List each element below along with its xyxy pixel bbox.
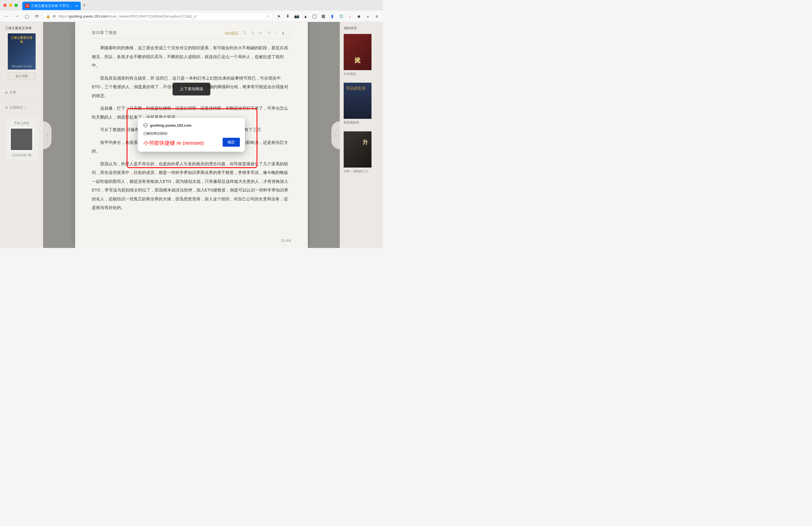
cover-text: 罪惡調查局	[346, 86, 365, 91]
ext-icon-6[interactable]: ▦	[321, 13, 326, 19]
reader-toolbar: word模式 ☰ ⇅ ➦ ᴬA ? ▮ ⌂	[224, 31, 291, 35]
chapter-title: 第15章 丁教授	[92, 30, 117, 35]
share-button[interactable]: ⊕分享	[5, 90, 38, 95]
browser-tab[interactable]: 读 三体之紫龙王传奇-千手万掌-免费阅 ×	[22, 2, 81, 10]
prev-page-button[interactable]: ‹	[43, 121, 52, 149]
back-button[interactable]: ←	[3, 13, 10, 19]
scroll-tooltip: 上下滚动阅读	[173, 83, 211, 96]
cover-text: 三体之紫龙王传奇	[10, 35, 33, 44]
new-tab-button[interactable]: +	[83, 2, 86, 8]
lock-icon: 🔒	[46, 14, 50, 18]
site-settings-icon: ⚙	[53, 14, 56, 18]
forward-button[interactable]: →	[13, 13, 20, 19]
recommend-cover: 罪惡調查局	[344, 83, 372, 119]
alert-dialog: guofeng.yuedu.163.com 已解除网页限制! 小书签快捷键 re…	[138, 118, 245, 152]
recommend-label: 方外：消失的八门	[344, 169, 379, 173]
cover-subtitle: 网易云阅读 千手万掌著	[8, 65, 35, 68]
paragraph: 果随着时间的推移，这三派会变成三个完全对立的组织派系，有可能会到水火不相融的阶段…	[92, 43, 291, 70]
menu-icon[interactable]: ≡	[374, 13, 380, 19]
theme-mode-button[interactable]: ✲主题模式›	[5, 105, 38, 110]
add-to-shelf-button[interactable]: 放入书架	[8, 72, 35, 80]
camera-icon[interactable]: 📷	[294, 13, 300, 19]
recommend-label: 大汉光武	[344, 72, 379, 76]
reload-button[interactable]: ⟳	[33, 13, 40, 19]
divider	[5, 100, 38, 100]
browser-chrome: 读 三体之紫龙王传奇-千手万掌-免费阅 × + ← → ▢ ⟳ 🔒 ⚙ http…	[0, 0, 383, 22]
sidebar-book-title: 三体之紫龙王传奇	[5, 26, 38, 31]
divider	[5, 85, 38, 85]
alert-message-1: 已解除网页限制!	[143, 131, 239, 136]
sidebar-book-cover[interactable]: 三体之紫龙王传奇 网易云阅读 千手万掌著	[8, 33, 35, 70]
download-hint: 点击或扫描下载	[8, 154, 35, 157]
bookmark-icon[interactable]: ▮	[282, 31, 285, 35]
paragraph: 邵迅认为，外星人是不存在的，但是由外星人引发的相关的理念问题，却导致直接诞生了几…	[92, 159, 291, 212]
overflow-icon[interactable]: »	[365, 13, 371, 19]
titlebar: 读 三体之紫龙王传奇-千手万掌-免费阅 × +	[0, 0, 383, 11]
share-icon: ⊕	[5, 91, 8, 94]
url-protocol: https://	[58, 14, 69, 18]
share-arrow-icon[interactable]: ➦	[259, 31, 262, 35]
tab-title: 三体之紫龙王传奇-千手万掌-免费阅	[31, 4, 74, 8]
gear-icon: ✲	[5, 106, 8, 109]
ext-icon-5[interactable]: ◯	[312, 13, 317, 19]
home-icon[interactable]: ⌂	[289, 31, 291, 35]
qr-code[interactable]	[10, 128, 33, 151]
globe-icon	[143, 123, 148, 128]
url-bar[interactable]: 🔒 ⚙ https://guofeng.yuedu.163.com/book_r…	[43, 12, 273, 20]
mobile-read-panel: 手机上阅读 点击或扫描下载	[5, 118, 38, 160]
page-viewport: 三体之紫龙王传奇 三体之紫龙王传奇 网易云阅读 千手万掌著 放入书架 ⊕分享 ✲…	[0, 22, 383, 248]
recommend-item[interactable]: 方外 方外：消失的八门	[344, 131, 379, 173]
theme-label: 主题模式	[10, 105, 23, 110]
ext-icon-7[interactable]: ▮	[330, 13, 335, 19]
tab-favicon: 读	[25, 4, 29, 8]
help-icon[interactable]: ?	[275, 31, 278, 35]
ext-icon-4[interactable]: ▲	[303, 13, 308, 19]
ext-icon-8[interactable]: ⊡	[338, 13, 344, 19]
recommend-label: 罪恶调查局	[344, 120, 379, 125]
downloads-icon[interactable]: ⬇	[285, 13, 291, 19]
right-sidebar: 编辑推荐 大汉光武 大汉光武 罪惡調查局 罪恶调查局 方外 方外：消失的八门	[340, 22, 383, 248]
recommend-title: 编辑推荐	[344, 26, 379, 31]
bookmark-star-icon[interactable]: ☆	[267, 14, 270, 18]
recommend-cover: 大汉光武	[344, 34, 372, 70]
recommend-cover: 方外	[344, 131, 372, 167]
list-icon[interactable]: ☰	[243, 31, 247, 35]
close-window-button[interactable]	[3, 4, 7, 7]
url-domain: guofeng.yuedu.163.com	[69, 14, 108, 18]
updown-icon[interactable]: ⇅	[251, 31, 254, 35]
chapter-header: 第15章 丁教授 word模式 ☰ ⇅ ➦ ᴬA ? ▮ ⌂	[92, 30, 291, 39]
minimize-window-button[interactable]	[9, 4, 12, 7]
left-sidebar: 三体之紫龙王传奇 三体之紫龙王传奇 网易云阅读 千手万掌著 放入书架 ⊕分享 ✲…	[0, 22, 43, 248]
browser-toolbar: ← → ▢ ⟳ 🔒 ⚙ https://guofeng.yuedu.163.co…	[0, 11, 383, 22]
next-page-button[interactable]: ›	[331, 121, 340, 149]
chevron-right-icon: ›	[25, 106, 26, 109]
progress-text: 15.4%	[281, 238, 291, 243]
word-mode-link[interactable]: word模式	[224, 31, 238, 35]
recommend-item[interactable]: 罪惡調查局 罪恶调查局	[344, 83, 379, 125]
sidebar-toggle-button[interactable]: ▢	[24, 13, 30, 19]
font-size-icon[interactable]: ᴬA	[266, 31, 271, 35]
pocket-icon[interactable]: ⌄	[347, 13, 353, 19]
url-path: /book_reader/85f213647f12468da33e1ea6ce1…	[108, 14, 197, 18]
extension-icons: ➤ ⬇ 📷 ▲ ◯ ▦ ▮ ⊡ ⌄ ☻ » ≡	[276, 13, 380, 19]
alert-origin-text: guofeng.yuedu.163.com	[150, 123, 191, 128]
tab-close-button[interactable]: ×	[76, 4, 78, 8]
ext-icon-10[interactable]: ☻	[356, 13, 362, 19]
alert-ok-button[interactable]: 确定	[223, 138, 240, 147]
ext-icon-1[interactable]: ➤	[276, 13, 281, 19]
share-label: 分享	[10, 90, 16, 95]
maximize-window-button[interactable]	[14, 4, 18, 7]
alert-origin: guofeng.yuedu.163.com	[143, 123, 239, 128]
mobile-read-title: 手机上阅读	[8, 121, 35, 125]
recommend-item[interactable]: 大汉光武 大汉光武	[344, 34, 379, 76]
traffic-lights	[3, 4, 18, 7]
